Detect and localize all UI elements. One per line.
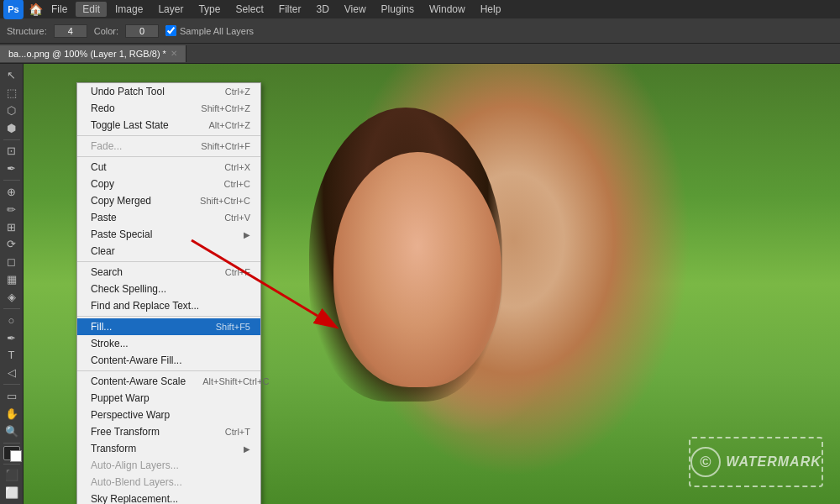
tool-dodge[interactable]: ○ [2,312,22,328]
menu-free-transform[interactable]: Free Transform Ctrl+T [77,423,260,440]
tab-close-icon[interactable]: ✕ [171,49,177,58]
home-icon[interactable]: 🏠 [29,3,43,16]
menu-check-spelling[interactable]: Check Spelling... [77,281,260,297]
tool-gradient[interactable]: ▦ [2,271,22,287]
menu-paste-special[interactable]: Paste Special ▶ [77,226,260,243]
main-layout: ↖ ⬚ ⬡ ⬢ ⊡ ✒ ⊕ ✏ ⊞ ⟳ ◻ ▦ ◈ ○ ✒ T ◁ ▭ ✋ 🔍 … [0,64,840,504]
tool-history-brush[interactable]: ⟳ [2,236,22,252]
tool-divider-1 [3,139,20,140]
menu-filter[interactable]: Filter [272,2,308,17]
menu-puppet-warp[interactable]: Puppet Warp [77,390,260,407]
menu-sep-5 [77,370,260,371]
tool-eraser[interactable]: ◻ [2,254,22,270]
menu-sep-3 [77,261,260,262]
tool-blur[interactable]: ◈ [2,289,22,305]
tool-divider-3 [3,308,20,309]
options-structure-label: Structure: [7,26,47,36]
options-color-label: Color: [94,26,118,36]
tool-brush[interactable]: ✏ [2,202,22,218]
edit-dropdown-menu: Undo Patch Tool Ctrl+Z Redo Shift+Ctrl+Z… [76,82,261,504]
menu-select[interactable]: Select [228,2,270,17]
watermark-text: WATERMARK [726,454,822,470]
menu-undo[interactable]: Undo Patch Tool Ctrl+Z [77,83,260,100]
menu-fade[interactable]: Fade... Shift+Ctrl+F [77,138,260,155]
menu-transform[interactable]: Transform ▶ [77,440,260,457]
menu-fill[interactable]: Fill... Shift+F5 [77,318,260,335]
options-bar: Structure: Color: Sample All Layers [0,18,840,44]
tab-document[interactable]: ba...o.png @ 100% (Layer 1, RGB/8) * ✕ [0,45,186,62]
menu-content-aware-scale[interactable]: Content-Aware Scale Alt+Shift+Ctrl+C [77,373,260,390]
options-sample-all-layers[interactable]: Sample All Layers [165,25,254,36]
tool-shape[interactable]: ▭ [2,388,22,404]
sample-layers-checkbox[interactable] [165,25,176,36]
menu-stroke[interactable]: Stroke... [77,335,260,352]
menu-view[interactable]: View [338,2,373,17]
menu-find-replace[interactable]: Find and Replace Text... [77,297,260,314]
canvas-area: © WATERMARK Undo Patch Tool Ctrl+Z Redo … [24,64,840,504]
tool-divider-2 [3,180,20,181]
tool-mask-mode[interactable]: ⬛ [2,467,22,483]
tab-label: ba...o.png @ 100% (Layer 1, RGB/8) * [8,49,166,59]
menu-help[interactable]: Help [474,2,508,17]
tool-heal[interactable]: ⊕ [2,184,22,200]
menu-window[interactable]: Window [423,2,472,17]
menu-bar: Ps 🏠 File Edit Image Layer Type Select F… [0,0,840,18]
tool-divider-5 [3,443,20,444]
watermark: © WATERMARK [689,437,823,487]
menu-search[interactable]: Search Ctrl+F [77,264,260,281]
menu-toggle-last-state[interactable]: Toggle Last State Alt+Ctrl+Z [77,117,260,134]
tool-path[interactable]: ◁ [2,365,22,381]
app-logo: Ps [3,0,24,19]
tool-pen[interactable]: ✒ [2,330,22,346]
sample-layers-label: Sample All Layers [180,26,254,36]
menu-copy[interactable]: Copy Ctrl+C [77,176,260,192]
menu-type[interactable]: Type [192,2,227,17]
options-color-input[interactable] [125,24,159,38]
menu-clear[interactable]: Clear [77,243,260,260]
options-structure-input[interactable] [54,24,87,38]
menu-plugins[interactable]: Plugins [375,2,421,17]
menu-redo[interactable]: Redo Shift+Ctrl+Z [77,100,260,117]
menu-sep-4 [77,316,260,317]
tool-move[interactable]: ↖ [2,67,22,83]
foreground-color[interactable] [3,446,20,459]
tool-clone[interactable]: ⊞ [2,219,22,235]
menu-3d[interactable]: 3D [309,2,335,17]
menu-image[interactable]: Image [108,2,150,17]
tool-zoom[interactable]: 🔍 [2,423,22,439]
menu-content-aware-fill[interactable]: Content-Aware Fill... [77,352,260,369]
menu-cut[interactable]: Cut Ctrl+X [77,159,260,176]
tool-crop[interactable]: ⊡ [2,143,22,159]
menu-sep-1 [77,135,260,136]
tabs-bar: ba...o.png @ 100% (Layer 1, RGB/8) * ✕ [0,44,840,64]
tool-type[interactable]: T [2,347,22,363]
menu-sky-replacement[interactable]: Sky Replacement... [77,491,260,504]
tool-selection[interactable]: ⬚ [2,85,22,101]
menu-sep-2 [77,156,260,157]
photo-face [333,152,501,387]
menu-file[interactable]: File [45,2,74,17]
menu-edit[interactable]: Edit [76,2,107,17]
tool-screen-mode[interactable]: ⬜ [2,485,22,501]
menu-layer[interactable]: Layer [151,2,190,17]
tool-hand[interactable]: ✋ [2,406,22,422]
menu-auto-blend[interactable]: Auto-Blend Layers... [77,474,260,491]
left-toolbox: ↖ ⬚ ⬡ ⬢ ⊡ ✒ ⊕ ✏ ⊞ ⟳ ◻ ▦ ◈ ○ ✒ T ◁ ▭ ✋ 🔍 … [0,64,24,504]
tool-divider-4 [3,384,20,385]
menu-perspective-warp[interactable]: Perspective Warp [77,407,260,423]
tool-divider-6 [3,464,20,465]
menu-paste[interactable]: Paste Ctrl+V [77,209,260,226]
menu-auto-align[interactable]: Auto-Align Layers... [77,457,260,474]
tool-eyedropper[interactable]: ✒ [2,160,22,176]
watermark-circle: © [690,447,721,477]
tool-lasso[interactable]: ⬡ [2,102,22,118]
tool-magic-wand[interactable]: ⬢ [2,120,22,136]
menu-copy-merged[interactable]: Copy Merged Shift+Ctrl+C [77,192,260,209]
